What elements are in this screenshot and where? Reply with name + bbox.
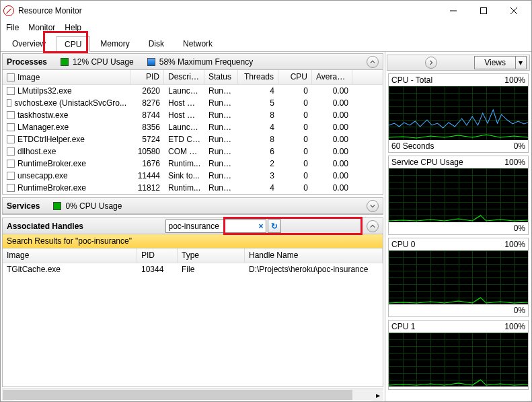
expand-services-button[interactable] — [367, 200, 379, 212]
svg-rect-1 — [480, 8, 486, 14]
graph-cpu-total: CPU - Total100%60 Seconds0% — [388, 73, 529, 153]
graph-max: 100% — [504, 75, 525, 85]
cpu-usage-icon — [61, 58, 69, 66]
process-row[interactable]: LManager.exe8356Launch...Runni...400.00 — [3, 121, 383, 133]
graph-max: 100% — [504, 240, 525, 249]
maximize-button[interactable] — [468, 1, 498, 21]
services-panel: Services 0% CPU Usage — [2, 197, 383, 215]
close-button[interactable] — [498, 1, 529, 21]
graph-max: 100% — [504, 322, 525, 331]
row-checkbox[interactable] — [7, 160, 15, 168]
tabstrip: Overview CPU Memory Disk Network — [1, 34, 531, 52]
process-row[interactable]: svchost.exe (UnistackSvcGro...8276Host P… — [3, 97, 383, 109]
window-title: Resource Monitor — [18, 6, 438, 15]
tab-cpu[interactable]: CPU — [56, 36, 90, 52]
menu-help[interactable]: Help — [65, 23, 81, 32]
graph-canvas — [389, 250, 528, 304]
views-dropdown[interactable]: Views ▾ — [474, 56, 527, 69]
process-row[interactable]: taskhostw.exe8744Host Pr...Runni...800.0… — [3, 109, 383, 121]
tab-network[interactable]: Network — [174, 36, 221, 51]
cpu-usage-stat: 12% CPU Usage — [61, 57, 134, 67]
row-checkbox[interactable] — [7, 99, 11, 107]
handles-rows: TGitCache.exe10344FileD:\Projects\heroku… — [3, 263, 383, 387]
row-checkbox[interactable] — [7, 184, 15, 192]
collapse-graphs-button[interactable] — [425, 57, 437, 69]
processes-columns: Image PID Descrip... Status Threads CPU … — [3, 70, 383, 85]
tab-memory[interactable]: Memory — [91, 36, 138, 51]
handles-columns: Image PID Type Handle Name — [3, 248, 383, 263]
handles-title: Associated Handles — [7, 222, 83, 231]
graph-canvas — [389, 333, 528, 387]
graph-min: 0% — [514, 224, 525, 233]
process-row[interactable]: dllhost.exe10580COM S...Runni...600.00 — [3, 145, 383, 158]
row-checkbox[interactable] — [7, 87, 15, 95]
graph-canvas — [389, 86, 528, 140]
row-checkbox[interactable] — [7, 135, 15, 143]
processes-panel: Processes 12% CPU Usage 58% Maximum Freq… — [2, 53, 383, 195]
row-checkbox[interactable] — [7, 123, 15, 131]
services-cpu-icon — [53, 202, 61, 210]
collapse-handles-button[interactable] — [367, 220, 379, 232]
row-checkbox[interactable] — [7, 111, 15, 119]
handles-search-input[interactable] — [165, 220, 266, 233]
select-all-checkbox[interactable] — [7, 73, 15, 81]
collapse-processes-button[interactable] — [367, 56, 379, 68]
horizontal-scrollbar[interactable]: ◂ ▸ — [2, 389, 383, 400]
graph-title: Service CPU Usage — [391, 158, 463, 167]
row-checkbox[interactable] — [7, 147, 15, 156]
graph-xaxis: 60 Seconds — [391, 141, 434, 151]
graph-max: 100% — [504, 158, 525, 167]
app-icon — [3, 5, 14, 16]
services-cpu-stat: 0% CPU Usage — [53, 201, 122, 211]
graph-canvas — [389, 168, 528, 222]
graph-min: 0% — [514, 306, 525, 315]
process-row[interactable]: ETDCtrlHelper.exe5724ETD Co...Runni...80… — [3, 133, 383, 145]
menu-monitor[interactable]: Monitor — [28, 23, 55, 32]
handles-header[interactable]: Associated Handles × ↻ — [3, 218, 383, 234]
scroll-thumb[interactable] — [3, 390, 352, 400]
graph-cpu-1: CPU 1100% — [388, 320, 529, 390]
refresh-search-button[interactable]: ↻ — [268, 220, 281, 233]
menu-file[interactable]: File — [6, 23, 19, 32]
minimize-button[interactable] — [438, 1, 468, 21]
graph-service-cpu-usage: Service CPU Usage100%0% — [388, 156, 529, 235]
processes-rows: LMutilps32.exe2620Launch...Runni...400.0… — [3, 85, 383, 194]
process-row[interactable]: RuntimeBroker.exe1676Runtim...Runni...20… — [3, 158, 383, 170]
graph-cpu-0: CPU 0100%0% — [388, 238, 529, 317]
clear-search-icon[interactable]: × — [259, 222, 264, 231]
titlebar: Resource Monitor — [1, 1, 531, 21]
handle-row[interactable]: TGitCache.exe10344FileD:\Projects\heroku… — [3, 263, 383, 275]
scroll-right-arrow[interactable]: ▸ — [372, 389, 383, 401]
tab-disk[interactable]: Disk — [140, 36, 173, 51]
processes-title: Processes — [7, 57, 47, 67]
graph-title: CPU - Total — [391, 75, 432, 85]
tab-overview[interactable]: Overview — [3, 36, 54, 51]
graph-title: CPU 0 — [391, 240, 415, 249]
processes-header[interactable]: Processes 12% CPU Usage 58% Maximum Freq… — [3, 54, 383, 70]
max-freq-icon — [147, 58, 155, 66]
handles-panel: Associated Handles × ↻ Search Results fo… — [2, 217, 383, 387]
search-results-banner: Search Results for "poc-insurance" — [3, 234, 383, 248]
right-header: Views ▾ — [387, 55, 530, 71]
process-row[interactable]: RuntimeBroker.exe11812Runtim...Runni...4… — [3, 182, 383, 194]
process-row[interactable]: LMutilps32.exe2620Launch...Runni...400.0… — [3, 85, 383, 97]
row-checkbox[interactable] — [7, 172, 15, 180]
chevron-down-icon: ▾ — [516, 56, 527, 69]
services-header[interactable]: Services 0% CPU Usage — [3, 198, 383, 214]
max-freq-stat: 58% Maximum Frequency — [147, 57, 253, 67]
process-row[interactable]: unsecapp.exe11444Sink to...Runni...300.0… — [3, 170, 383, 182]
menubar: File Monitor Help — [1, 21, 531, 34]
graph-min: 0% — [514, 141, 525, 151]
services-title: Services — [7, 201, 40, 211]
graph-title: CPU 1 — [391, 322, 415, 331]
